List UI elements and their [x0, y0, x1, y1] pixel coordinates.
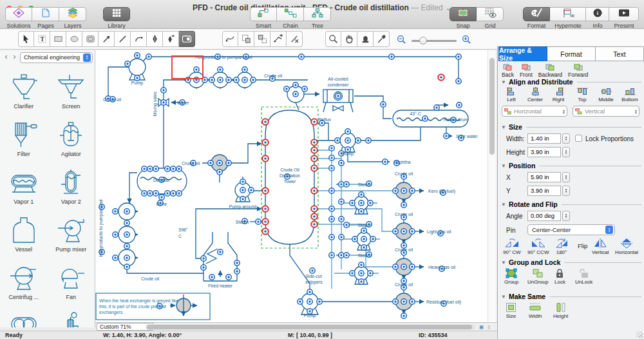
shape-fan[interactable]: Fan: [48, 255, 95, 303]
collapse-triangle-icon[interactable]: ▼: [501, 79, 506, 85]
rotate-180-button[interactable]: 180°: [554, 238, 569, 255]
lock-proportions-checkbox[interactable]: [575, 135, 582, 142]
shape-pump-mixer[interactable]: Pump mixer: [48, 208, 95, 255]
ungroup-select-tool[interactable]: [254, 31, 270, 47]
bezier-pen-tool[interactable]: [163, 31, 179, 47]
library-button[interactable]: Library: [103, 7, 130, 29]
distribute-horizontal-select[interactable]: Horizontal ▲▼: [502, 106, 567, 117]
shape-clarifier[interactable]: Clarifier: [0, 64, 48, 112]
resize-grip[interactable]: [636, 331, 643, 338]
tab-format[interactable]: Format: [547, 46, 596, 61]
snap-button[interactable]: Snap: [450, 7, 477, 29]
shape-evaporator[interactable]: Evaporator: [48, 303, 95, 327]
collapse-triangle-icon[interactable]: ▼: [501, 163, 506, 169]
actual-size-button[interactable]: ▯: [486, 324, 493, 331]
x-input[interactable]: 5.90 in: [527, 172, 561, 182]
pen-tool[interactable]: [147, 31, 163, 47]
shape-vessel[interactable]: Vessel: [0, 208, 48, 255]
align-right-button[interactable]: Right: [547, 87, 569, 102]
connection-point-tool[interactable]: [179, 31, 195, 47]
make-same-width-button[interactable]: Width: [529, 302, 542, 319]
format-button[interactable]: Format: [523, 7, 550, 29]
tree-button[interactable]: Tree: [304, 7, 331, 29]
grid-button[interactable]: Grid: [477, 7, 504, 29]
pages-button[interactable]: Pages: [32, 7, 59, 29]
library-select[interactable]: Chemical engineering ▲▼: [20, 52, 93, 63]
connect-points-tool[interactable]: [270, 31, 287, 47]
distribute-vertical-select[interactable]: Vertical ▲▼: [573, 106, 639, 117]
zoom-in-icon[interactable]: [462, 35, 471, 47]
height-input[interactable]: 3.90 in: [527, 147, 561, 157]
hypernote-button[interactable]: Hypernote: [550, 7, 586, 29]
collapse-triangle-icon[interactable]: ▼: [501, 260, 506, 266]
align-left-button[interactable]: Left: [500, 87, 522, 102]
layers-button[interactable]: Layers: [59, 7, 86, 29]
library-forward-button[interactable]: ›: [10, 52, 19, 63]
library-back-button[interactable]: ‹: [2, 52, 10, 63]
make-same-height-button[interactable]: Height: [553, 302, 568, 319]
rectangle-tool[interactable]: [50, 31, 66, 47]
vertical-scrollbar[interactable]: [488, 50, 496, 322]
line-tool[interactable]: [115, 31, 131, 47]
zoom-out-icon[interactable]: [397, 35, 406, 47]
make-same-size-button[interactable]: Size: [506, 302, 516, 319]
backward-button[interactable]: Backward: [538, 64, 562, 78]
angle-stepper[interactable]: ▲▼: [562, 211, 570, 221]
text-tool[interactable]: T: [34, 31, 50, 47]
vertical-scrollbar-thumb[interactable]: [489, 58, 495, 155]
height-stepper[interactable]: ▲▼: [562, 147, 570, 157]
rotate-90ccw-button[interactable]: 90° CCW: [527, 238, 549, 255]
y-input[interactable]: 3.90 in: [527, 186, 561, 196]
group-select-tool[interactable]: [238, 31, 254, 47]
hand-tool[interactable]: [341, 31, 357, 47]
shape-agitator[interactable]: Agitator: [48, 112, 95, 160]
horizontal-scrollbar-thumb[interactable]: [147, 325, 472, 329]
flip-vertical-button[interactable]: Vertical: [592, 238, 609, 255]
smart-button[interactable]: Smart: [250, 7, 277, 29]
zoom-slider-knob[interactable]: [419, 37, 427, 44]
shape-centrifugal[interactable]: Centrifug ...: [0, 255, 48, 303]
forward-button[interactable]: Forward: [568, 64, 588, 78]
horizontal-scrollbar[interactable]: [146, 324, 475, 330]
chain-button[interactable]: Chain: [277, 7, 304, 29]
flip-horizontal-button[interactable]: Horizontal: [615, 238, 638, 255]
pin-select[interactable]: Center-Center ▲▼: [527, 224, 615, 235]
y-stepper[interactable]: ▲▼: [562, 186, 570, 196]
zoom-slider[interactable]: [412, 40, 457, 42]
width-input[interactable]: 1.40 in: [527, 133, 561, 144]
drawing-canvas[interactable]: Pump Crude oil Hot products to pumparoun…: [95, 50, 488, 322]
stamp-tool[interactable]: [357, 31, 374, 47]
present-button[interactable]: Present: [609, 7, 639, 29]
lock-button[interactable]: Lock: [554, 268, 565, 285]
magnifier-tool[interactable]: [325, 31, 341, 47]
width-stepper[interactable]: ▲▼: [562, 133, 570, 144]
zoom-level-select[interactable]: Custom 71% ▲▼: [97, 323, 153, 331]
align-top-button[interactable]: Top: [571, 87, 593, 102]
rounded-rect-tool[interactable]: [82, 31, 99, 47]
ungroup-button[interactable]: UnGroup: [527, 268, 548, 285]
unlock-button[interactable]: UnLock: [575, 268, 592, 285]
rotate-90cw-button[interactable]: 90° CW: [503, 238, 521, 255]
select-tool[interactable]: [18, 31, 34, 47]
collapse-triangle-icon[interactable]: ▼: [501, 202, 506, 208]
curve-tool[interactable]: [131, 31, 147, 47]
solutions-button[interactable]: Solutions: [5, 7, 32, 29]
angle-input[interactable]: 0.00 deg: [527, 211, 561, 221]
tab-arrange-size[interactable]: Arrange & Size: [498, 46, 547, 61]
shape-screen[interactable]: Screen: [48, 64, 95, 112]
tab-text[interactable]: Text: [596, 46, 644, 61]
ellipse-tool[interactable]: [66, 31, 82, 47]
align-bottom-button[interactable]: Bottom: [619, 87, 641, 102]
collapse-triangle-icon[interactable]: ▼: [501, 124, 506, 130]
fit-page-button[interactable]: ▦: [478, 324, 485, 331]
collapse-triangle-icon[interactable]: ▼: [501, 294, 506, 300]
group-button[interactable]: Group: [504, 268, 518, 285]
back-button[interactable]: Back: [502, 64, 514, 78]
shape-filter[interactable]: Filter: [0, 112, 48, 160]
align-center-button[interactable]: Center: [524, 87, 546, 102]
align-middle-button[interactable]: Middle: [595, 87, 617, 102]
arrow-tool[interactable]: [99, 31, 115, 47]
info-button[interactable]: i Info: [586, 7, 609, 29]
front-button[interactable]: Front: [520, 64, 533, 78]
disconnect-tool[interactable]: [287, 31, 303, 47]
